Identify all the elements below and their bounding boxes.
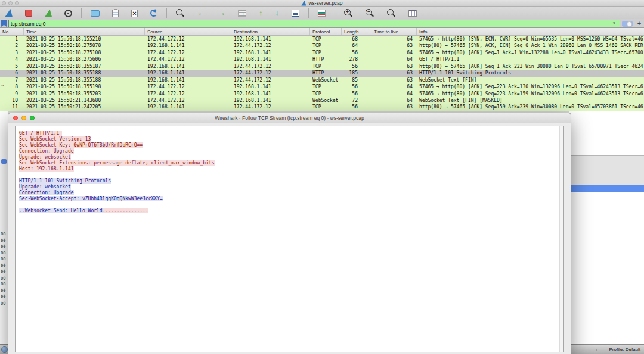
packet-ttl: 64 (371, 49, 417, 56)
hex-offset: 00 (1, 263, 5, 269)
packet-row[interactable]: 1 2021-03-25 15:50:18.155210 172.44.172.… (0, 36, 644, 42)
packet-protocol: TCP (310, 36, 342, 42)
packet-destination: 172.44.172.12 (231, 104, 310, 110)
packet-row[interactable]: 8 2021-03-25 15:50:18.355198 172.44.172.… (0, 83, 644, 90)
filter-bookmark-icon[interactable] (1, 20, 7, 27)
stream-text-area[interactable]: GET / HTTP/1.1 Sec-WebSocket-Version: 13… (15, 126, 564, 352)
packet-row[interactable]: 4 2021-03-25 15:50:18.275606 172.44.172.… (0, 56, 644, 63)
zoom-window-button[interactable] (15, 1, 19, 5)
first-packet-icon[interactable] (259, 9, 263, 17)
capture-options-icon[interactable] (64, 10, 72, 17)
resize-columns-icon[interactable] (408, 10, 417, 17)
packet-length: 56 (342, 49, 371, 56)
display-filter-input[interactable] (8, 20, 620, 27)
packet-destination: 192.168.1.141 (231, 91, 310, 97)
packet-protocol: HTTP (310, 70, 342, 76)
dialog-zoom-button[interactable] (30, 116, 35, 120)
stream-line: Upgrade: websocket (19, 154, 558, 160)
column-header-ttl[interactable]: Time to live (371, 28, 417, 35)
packet-source: 172.44.172.12 (145, 91, 231, 97)
packet-no: 10 (0, 97, 24, 104)
packet-protocol: WebSocket (310, 97, 342, 104)
packet-row[interactable]: 5 2021-03-25 15:50:18.355187 192.168.1.1… (0, 63, 644, 70)
filter-history-chevron-icon[interactable]: ▾ (613, 21, 615, 26)
toolbar-separator (308, 8, 309, 18)
close-window-button[interactable] (2, 1, 6, 5)
window-title: ws-server.pcap (308, 0, 342, 6)
packet-time: 2021-03-25 15:50:18.275108 (24, 49, 145, 56)
packet-row[interactable]: 6 2021-03-25 15:50:18.355188 192.168.1.1… (0, 70, 644, 76)
column-header-destination[interactable]: Destination (231, 28, 310, 35)
column-header-protocol[interactable]: Protocol (310, 28, 342, 35)
packet-destination: 172.44.172.12 (231, 42, 310, 49)
filter-apply-button[interactable] (622, 21, 633, 27)
packet-destination: 172.44.172.12 (231, 70, 310, 76)
stop-capture-icon[interactable] (25, 10, 32, 17)
packet-destination: 192.168.1.141 (231, 83, 310, 90)
packet-row[interactable]: 7 2021-03-25 15:50:18.355188 192.168.1.1… (0, 77, 644, 83)
go-to-packet-icon[interactable] (238, 10, 246, 17)
minimize-window-button[interactable] (8, 1, 13, 5)
hex-offset: 00 (1, 269, 5, 275)
packet-destination: 172.44.172.12 (231, 77, 310, 83)
packet-info: 57465 → http(80) [ACK] Seq=223 Ack=159 W… (417, 91, 644, 97)
stream-text-segment-client: Connection: Upgrade (19, 148, 74, 154)
hex-offset: 00 (1, 281, 5, 288)
packet-time: 2021-03-25 15:50:18.275078 (24, 42, 145, 49)
colorize-icon[interactable] (318, 10, 326, 17)
packet-ttl: 63 (371, 70, 417, 76)
stream-line (19, 172, 558, 178)
packet-length: 56 (342, 83, 371, 90)
stream-line: Host: 192.168.1.141 (19, 166, 558, 172)
packet-row[interactable]: 2 2021-03-25 15:50:18.275078 192.168.1.1… (0, 42, 644, 49)
packet-length: 185 (342, 70, 371, 76)
packet-row[interactable]: 10 2021-03-25 15:50:21.143680 172.44.172… (0, 97, 644, 104)
packet-row[interactable]: 3 2021-03-25 15:50:18.275108 172.44.172.… (0, 49, 644, 56)
column-header-length[interactable]: Length (342, 28, 371, 35)
column-header-info[interactable]: Info (417, 28, 644, 35)
packet-source: 172.44.172.12 (145, 83, 231, 90)
packet-ttl: 63 (371, 77, 417, 83)
packet-time: 2021-03-25 15:50:18.355187 (24, 63, 145, 70)
close-file-icon[interactable] (131, 10, 138, 17)
previous-packet-icon[interactable] (197, 9, 205, 17)
start-capture-icon[interactable] (5, 9, 13, 17)
open-file-icon[interactable] (91, 10, 100, 17)
next-packet-icon[interactable] (218, 9, 225, 17)
restart-capture-icon[interactable] (45, 10, 52, 17)
dialog-titlebar[interactable]: Wireshark · Follow TCP Stream (tcp.strea… (8, 113, 571, 123)
packet-source: 192.168.1.141 (145, 70, 231, 76)
packet-row[interactable]: 9 2021-03-25 15:50:18.355203 172.44.172.… (0, 91, 644, 97)
packet-time: 2021-03-25 15:50:18.355198 (24, 83, 145, 90)
zoom-reset-icon[interactable] (387, 9, 396, 18)
stream-scrollbar[interactable] (559, 126, 564, 352)
hex-offset: 00 (1, 231, 5, 238)
packet-info: http(80) → 57465 [SYN, ACK, ECN] Seq=0 A… (417, 42, 644, 49)
toolbar-separator (81, 8, 82, 18)
dialog-minimize-button[interactable] (21, 116, 26, 120)
packet-ttl: 63 (371, 42, 417, 49)
column-header-time[interactable]: Time (24, 28, 145, 35)
auto-scroll-icon[interactable] (292, 10, 299, 17)
column-header-source[interactable]: Source (145, 28, 231, 35)
stream-line: Connection: Upgrade (19, 190, 558, 196)
profile-label[interactable]: Profile: Default (609, 345, 640, 354)
stream-text-segment-client: ................ (103, 208, 148, 213)
save-file-icon[interactable] (112, 10, 119, 17)
find-packet-icon[interactable] (176, 9, 185, 18)
reload-file-icon[interactable] (150, 10, 157, 17)
packet-row[interactable]: 11 2021-03-25 15:50:21.242205 192.168.1.… (0, 104, 644, 110)
packet-source: 192.168.1.141 (145, 42, 231, 49)
expert-info-icon[interactable] (1, 346, 8, 353)
last-packet-icon[interactable] (275, 9, 280, 17)
dialog-close-button[interactable] (13, 116, 18, 120)
column-header-no[interactable]: No. (0, 28, 24, 35)
zoom-in-icon[interactable] (344, 9, 353, 18)
packet-destination: 192.168.1.141 (231, 56, 310, 63)
packet-ttl: 63 (371, 63, 417, 70)
selected-detail-row[interactable] (569, 185, 644, 192)
add-filter-button[interactable]: + (636, 20, 643, 27)
zoom-out-icon[interactable] (366, 9, 374, 18)
packet-info: WebSocket Text [FIN] [MASKED] (417, 97, 644, 104)
packet-protocol: TCP (310, 83, 342, 90)
